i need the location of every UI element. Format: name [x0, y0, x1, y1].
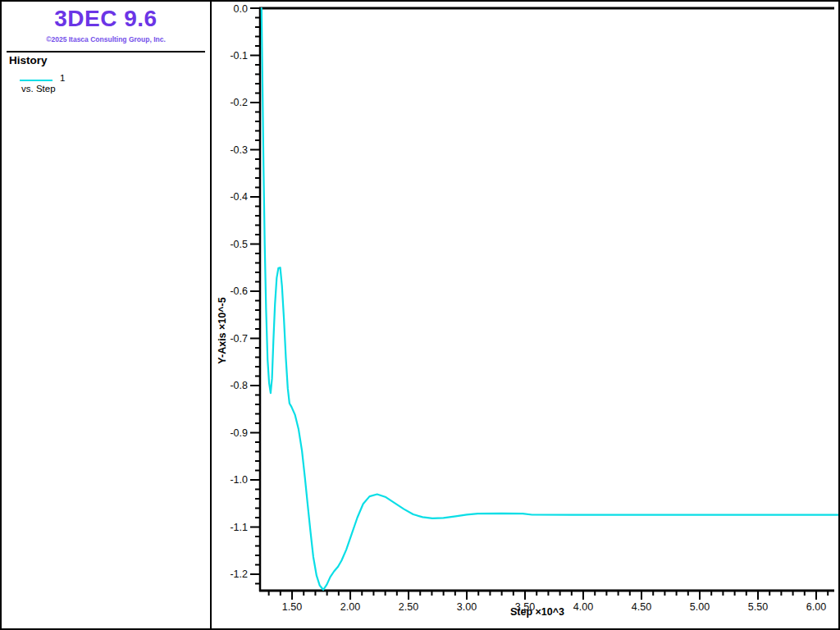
3dec-window: 3DEC 9.6 ©2025 Itasca Consulting Group, … — [0, 0, 840, 630]
chart-canvas[interactable]: 1.502.002.503.003.504.004.505.005.506.00… — [2, 2, 838, 628]
x-tick-label: 2.50 — [399, 601, 418, 613]
y-tick-label: -0.7 — [230, 333, 248, 345]
y-tick-label: -0.6 — [230, 285, 248, 297]
x-tick-label: 5.00 — [690, 601, 710, 613]
y-tick-label: -0.4 — [230, 191, 248, 203]
y-tick-label: -0.1 — [230, 50, 248, 62]
x-axis-title: Step ×10^3 — [491, 606, 583, 618]
x-tick-label: 4.50 — [632, 601, 651, 613]
y-tick-label: 0.0 — [234, 3, 248, 15]
history-chart-pane[interactable]: 1.502.002.503.003.504.004.505.005.506.00… — [2, 2, 838, 628]
x-tick-label: 6.00 — [806, 601, 826, 613]
history-series-line — [262, 8, 838, 590]
x-tick-label: 2.00 — [340, 601, 360, 613]
y-tick-label: -0.8 — [230, 380, 248, 391]
x-tick-label: 5.50 — [748, 601, 768, 613]
y-tick-label: -0.9 — [230, 427, 248, 439]
y-tick-label: -1.1 — [230, 522, 248, 533]
y-tick-label: -0.2 — [230, 97, 248, 108]
y-axis-title: Y-Axis ×10^-5 — [217, 297, 228, 363]
y-tick-label: -1.0 — [230, 474, 248, 486]
x-tick-label: 1.50 — [282, 601, 302, 613]
y-tick-label: -0.5 — [230, 239, 248, 250]
x-tick-label: 3.00 — [457, 601, 477, 613]
y-tick-label: -1.2 — [230, 568, 248, 580]
y-tick-label: -0.3 — [230, 144, 248, 156]
